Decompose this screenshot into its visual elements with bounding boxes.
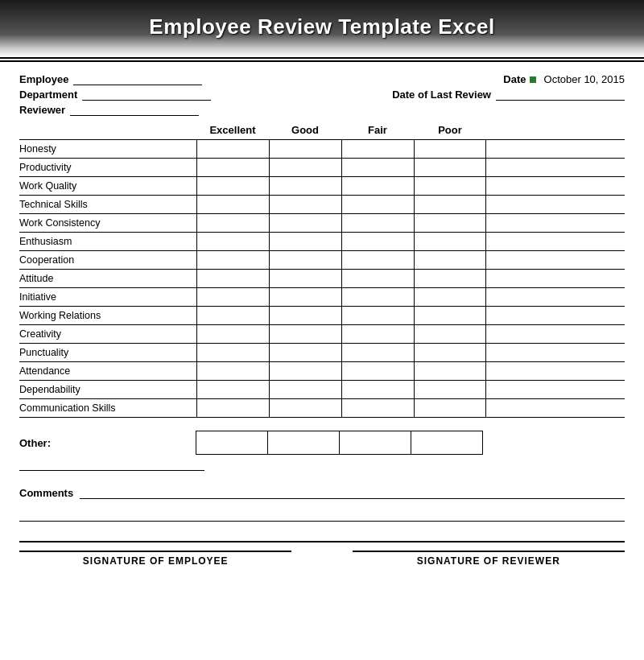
criterion-label: Work Quality <box>19 177 196 195</box>
employee-field[interactable] <box>73 74 202 85</box>
cell-excellent[interactable] <box>196 344 269 361</box>
last-review-field[interactable] <box>496 89 625 101</box>
comments-label: Comments <box>19 487 73 499</box>
cell-excellent[interactable] <box>196 159 269 176</box>
cell-good[interactable] <box>269 362 341 380</box>
cell-excellent[interactable] <box>196 325 269 343</box>
other-rating-cells <box>196 431 483 455</box>
comments-section: Comments <box>19 487 625 522</box>
cell-excellent[interactable] <box>196 214 269 232</box>
cell-poor[interactable] <box>414 177 486 195</box>
cell-good[interactable] <box>269 251 341 269</box>
department-row: Department <box>19 89 211 101</box>
cell-excellent[interactable] <box>196 233 269 250</box>
cell-good[interactable] <box>269 307 341 324</box>
cell-fair[interactable] <box>341 140 414 158</box>
cell-good[interactable] <box>269 177 341 195</box>
cell-fair[interactable] <box>341 288 414 306</box>
cell-good[interactable] <box>269 214 341 232</box>
rating-header: Excellent Good Fair Poor <box>196 124 625 136</box>
reviewer-sig-label: SIGNATURE OF REVIEWER <box>417 555 560 567</box>
other-cell-good[interactable] <box>267 431 340 455</box>
cell-poor[interactable] <box>414 196 486 213</box>
other-field[interactable] <box>19 460 204 471</box>
rating-row: Work Quality <box>19 176 625 195</box>
criterion-label: Productivity <box>19 159 196 176</box>
cell-poor[interactable] <box>414 399 486 417</box>
cell-poor[interactable] <box>414 362 486 380</box>
cell-poor[interactable] <box>414 325 486 343</box>
cell-fair[interactable] <box>341 251 414 269</box>
cell-fair[interactable] <box>341 270 414 287</box>
criterion-label: Working Relations <box>19 307 196 324</box>
cell-excellent[interactable] <box>196 177 269 195</box>
criterion-label: Attendance <box>19 362 196 380</box>
reviewer-label: Reviewer <box>19 104 65 116</box>
cell-good[interactable] <box>269 325 341 343</box>
cell-good[interactable] <box>269 288 341 306</box>
cell-good[interactable] <box>269 233 341 250</box>
comments-field[interactable] <box>80 488 625 499</box>
date-label: Date <box>503 73 526 85</box>
cell-good[interactable] <box>269 159 341 176</box>
cell-excellent[interactable] <box>196 251 269 269</box>
cell-fair[interactable] <box>341 159 414 176</box>
cell-excellent[interactable] <box>196 270 269 287</box>
cell-poor[interactable] <box>414 288 486 306</box>
rating-section: Excellent Good Fair Poor HonestyProducti… <box>19 124 625 418</box>
cell-fair[interactable] <box>341 233 414 250</box>
criterion-label: Dependability <box>19 381 196 398</box>
employee-label: Employee <box>19 73 68 85</box>
cell-good[interactable] <box>269 344 341 361</box>
rating-row: Dependability <box>19 380 625 398</box>
department-field[interactable] <box>82 89 211 101</box>
other-cell-fair[interactable] <box>339 431 411 455</box>
other-label: Other: <box>19 437 51 449</box>
cell-good[interactable] <box>269 381 341 398</box>
cell-good[interactable] <box>269 140 341 158</box>
cell-fair[interactable] <box>341 307 414 324</box>
employee-signature-block: SIGNATURE OF EMPLOYEE <box>19 551 291 567</box>
cell-excellent[interactable] <box>196 362 269 380</box>
info-left: Employee Department Reviewer <box>19 73 211 116</box>
cell-poor[interactable] <box>414 233 486 250</box>
cell-excellent[interactable] <box>196 196 269 213</box>
cell-poor[interactable] <box>414 270 486 287</box>
other-label-container: Other: <box>19 435 196 450</box>
employee-sig-line[interactable] <box>19 551 291 552</box>
rating-row: Attendance <box>19 361 625 380</box>
cell-good[interactable] <box>269 399 341 417</box>
other-cell-excellent[interactable] <box>196 431 268 455</box>
cell-poor[interactable] <box>414 251 486 269</box>
cell-excellent[interactable] <box>196 140 269 158</box>
cell-poor[interactable] <box>414 344 486 361</box>
cell-fair[interactable] <box>341 196 414 213</box>
cell-poor[interactable] <box>414 140 486 158</box>
cell-fair[interactable] <box>341 325 414 343</box>
cell-poor[interactable] <box>414 159 486 176</box>
cell-fair[interactable] <box>341 399 414 417</box>
cell-excellent[interactable] <box>196 381 269 398</box>
cell-good[interactable] <box>269 270 341 287</box>
cell-good[interactable] <box>269 196 341 213</box>
cell-poor[interactable] <box>414 307 486 324</box>
cell-fair[interactable] <box>341 214 414 232</box>
cell-fair[interactable] <box>341 362 414 380</box>
criterion-label: Technical Skills <box>19 196 196 213</box>
cell-excellent[interactable] <box>196 307 269 324</box>
rating-row: Punctuality <box>19 343 625 361</box>
reviewer-field[interactable] <box>70 105 199 116</box>
cell-excellent[interactable] <box>196 288 269 306</box>
cell-poor[interactable] <box>414 381 486 398</box>
cell-fair[interactable] <box>341 344 414 361</box>
rating-row: Work Consistency <box>19 213 625 232</box>
reviewer-sig-line[interactable] <box>353 551 625 552</box>
cell-fair[interactable] <box>341 177 414 195</box>
cell-fair[interactable] <box>341 381 414 398</box>
other-cell-poor[interactable] <box>411 431 483 455</box>
header-fair: Fair <box>341 124 414 136</box>
cell-excellent[interactable] <box>196 399 269 417</box>
header-poor: Poor <box>414 124 486 136</box>
cell-poor[interactable] <box>414 214 486 232</box>
comments-field2[interactable] <box>19 510 625 522</box>
